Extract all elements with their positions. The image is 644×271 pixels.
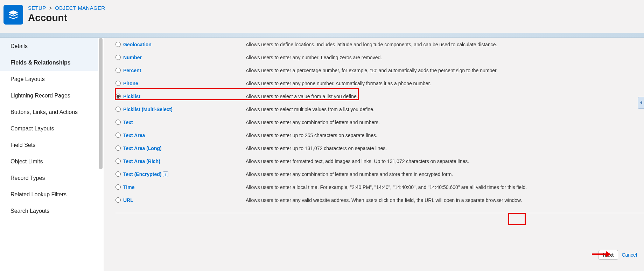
sidebar-item-field-sets[interactable]: Field Sets [0,137,98,153]
field-type-radio[interactable] [115,120,121,125]
field-type-row: GeolocationAllows users to define locati… [115,38,644,51]
field-type-description: Allows users to enter a percentage numbe… [246,68,644,73]
cancel-link[interactable]: Cancel [622,252,637,258]
sidebar-item-label: Buttons, Links, and Actions [10,109,78,115]
sidebar-item-label: Search Layouts [10,208,49,214]
field-type-description: Allows users to enter any combination of… [246,120,644,125]
field-type-row: Picklist (Multi-Select)Allows users to s… [115,103,644,116]
field-type-label[interactable]: Picklist [123,94,140,99]
sidebar-item-label: Related Lookup Filters [10,191,66,198]
field-type-label[interactable]: Picklist (Multi-Select) [123,107,173,112]
field-type-description: Allows users to enter any phone number. … [246,81,644,86]
info-icon[interactable]: i [163,171,168,177]
sidebar-item-label: Lightning Record Pages [10,93,70,99]
field-type-description: Allows users to define locations. Includ… [246,42,644,47]
annotation-arrow [592,251,611,257]
field-type-description: Allows users to enter a local time. For … [246,184,644,190]
field-type-row: NumberAllows users to enter any number. … [115,51,644,64]
sidebar-item-fields-relationships[interactable]: Fields & Relationships [0,54,98,71]
field-type-description: Allows users to enter any valid website … [246,197,644,203]
header: SETUP > OBJECT MANAGER Account [0,0,644,33]
field-type-radio[interactable] [115,184,121,190]
field-type-radio[interactable] [115,171,121,177]
sidebar-item-label: Field Sets [10,142,35,148]
field-type-radio[interactable] [115,133,121,138]
sidebar-scrollbar[interactable] [98,38,104,271]
sidebar-item-page-layouts[interactable]: Page Layouts [0,71,98,87]
sidebar-item-label: Compact Layouts [10,126,54,132]
field-type-label[interactable]: Phone [123,81,138,86]
field-type-row: TimeAllows users to enter a local time. … [115,181,644,194]
field-type-description: Allows users to enter up to 255 characte… [246,133,644,138]
field-type-label[interactable]: Time [123,184,134,190]
pattern-bar [0,33,644,38]
field-type-label[interactable]: Geolocation [123,42,152,47]
field-type-row: TextAllows users to enter any combinatio… [115,116,644,129]
sidebar-item-search-layouts[interactable]: Search Layouts [0,203,98,219]
field-type-row: PicklistAllows users to select a value f… [115,90,644,103]
field-type-description: Allows users to enter any combination of… [246,171,644,177]
field-type-radio[interactable] [115,68,121,73]
field-type-label[interactable]: Text (Encrypted) [123,171,161,177]
field-type-radio[interactable] [115,158,121,164]
field-type-label[interactable]: Text Area (Rich) [123,158,160,164]
field-type-radio[interactable] [115,145,121,151]
sidebar-item-label: Record Types [10,175,45,181]
field-type-row: PercentAllows users to enter a percentag… [115,64,644,77]
main-content: GeolocationAllows users to define locati… [104,38,644,271]
field-type-radio[interactable] [115,42,121,47]
field-type-description: Allows users to select a value from a li… [246,94,644,99]
sidebar-item-compact-layouts[interactable]: Compact Layouts [0,120,98,137]
field-type-description: Allows users to enter formatted text, ad… [246,158,644,164]
sidebar-item-label: Fields & Relationships [10,60,71,66]
field-type-radio[interactable] [115,197,121,203]
field-type-row: Text (Encrypted)iAllows users to enter a… [115,168,644,181]
field-type-description: Allows users to select multiple values f… [246,107,644,112]
breadcrumb-setup[interactable]: SETUP [28,5,46,11]
field-type-label[interactable]: Text [123,120,133,125]
sidebar-item-lightning-record-pages[interactable]: Lightning Record Pages [0,87,98,104]
sidebar-item-label: Details [10,43,28,49]
field-type-row: Text AreaAllows users to enter up to 255… [115,129,644,142]
object-icon [4,5,23,25]
sidebar-item-record-types[interactable]: Record Types [0,170,98,186]
field-type-radio[interactable] [115,94,121,99]
breadcrumb: SETUP > OBJECT MANAGER [28,5,105,11]
field-type-label[interactable]: Text Area (Long) [123,145,162,151]
sidebar: Details Fields & Relationships Page Layo… [0,38,98,271]
sidebar-item-label: Object Limits [10,158,43,165]
field-type-label[interactable]: Text Area [123,133,145,138]
field-type-radio[interactable] [115,107,121,112]
field-type-description: Allows users to enter any number. Leadin… [246,55,644,60]
field-type-label[interactable]: URL [123,197,133,203]
field-type-row: URLAllows users to enter any valid websi… [115,194,644,206]
breadcrumb-sep: > [49,5,52,11]
sidebar-item-buttons-links-actions[interactable]: Buttons, Links, and Actions [0,104,98,120]
sidebar-item-label: Page Layouts [10,76,45,82]
field-type-description: Allows users to enter up to 131,072 char… [246,145,644,151]
field-type-radio[interactable] [115,55,121,60]
sidebar-item-details[interactable]: Details [0,38,98,54]
field-type-radio[interactable] [115,81,121,86]
page-title: Account [28,12,105,23]
sidebar-item-object-limits[interactable]: Object Limits [0,153,98,170]
field-type-row: PhoneAllows users to enter any phone num… [115,77,644,90]
breadcrumb-object-manager[interactable]: OBJECT MANAGER [55,5,105,11]
right-edge-tab[interactable] [638,97,644,109]
field-type-row: Text Area (Rich)Allows users to enter fo… [115,155,644,168]
field-type-label[interactable]: Percent [123,68,141,73]
field-type-row: Text Area (Long)Allows users to enter up… [115,142,644,155]
field-type-label[interactable]: Number [123,55,142,60]
sidebar-scrollbar-thumb[interactable] [99,38,103,169]
sidebar-item-related-lookup-filters[interactable]: Related Lookup Filters [0,186,98,203]
